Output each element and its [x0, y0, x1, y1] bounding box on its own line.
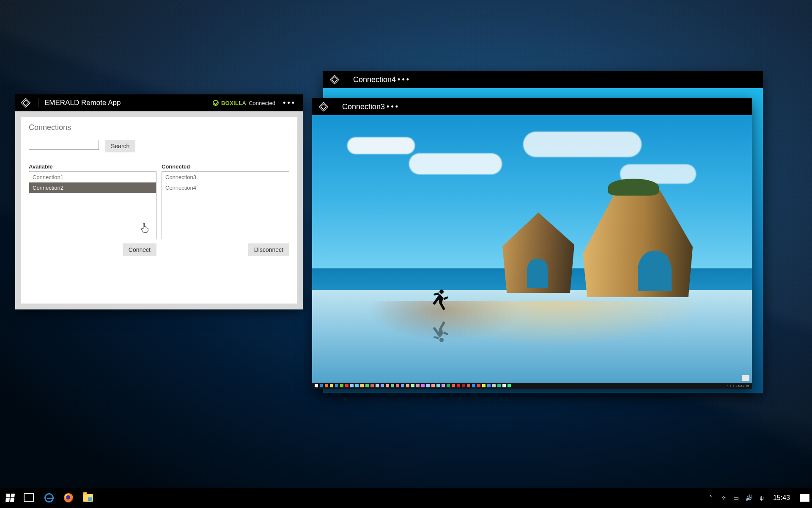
runner-silhouette-icon — [431, 289, 449, 316]
remote-taskbar-app-icon[interactable] — [462, 384, 465, 387]
taskbar-right: ˄ ✧ ▭ 🔊 ψ 15:43 — [707, 494, 809, 502]
remote-taskbar-app-icon[interactable] — [401, 384, 404, 387]
remote-taskbar-app-icon[interactable] — [360, 384, 364, 387]
remote-taskbar-app-icon[interactable] — [345, 384, 348, 387]
tray-dropbox-icon[interactable]: ✧ — [720, 494, 727, 502]
file-explorer-icon — [83, 494, 93, 502]
connected-listbox[interactable]: Connection3Connection4 — [162, 171, 289, 239]
remote-taskbar-app-icon[interactable] — [396, 384, 399, 387]
firefox-taskbar-button[interactable] — [61, 490, 76, 505]
remote-taskbar-app-icon[interactable] — [376, 384, 379, 387]
remote3-more-menu-icon[interactable]: ••• — [385, 101, 401, 113]
remote-taskbar-app-icon[interactable] — [487, 384, 491, 387]
remote-tray-vol-icon[interactable]: ▪ — [733, 384, 734, 388]
remote-notification-icon[interactable] — [742, 375, 749, 381]
remote-taskbar-app-icon[interactable] — [335, 384, 338, 387]
remote-taskbar-app-icon[interactable] — [436, 384, 440, 387]
remote-taskbar-app-icon[interactable] — [411, 384, 414, 387]
remote-taskbar-app-icon[interactable] — [391, 384, 394, 387]
windows-logo-icon — [5, 494, 15, 502]
remote-taskbar-app-icon[interactable] — [472, 384, 475, 387]
disconnect-button[interactable]: Disconnect — [248, 243, 289, 256]
status-check-icon — [213, 100, 219, 106]
remote-action-center-icon[interactable]: ▭ — [746, 384, 749, 388]
boxilla-status: BOXILLA Connected — [213, 100, 275, 106]
tray-usb-icon[interactable]: ψ — [758, 494, 765, 502]
remote-taskbar-app-icon[interactable] — [330, 384, 333, 387]
connected-column: Connected Connection3Connection4 Disconn… — [162, 163, 289, 256]
remote-window-connection3[interactable]: Connection3 ••• ^ ▪ ▪ 15:43 — [312, 98, 752, 389]
tray-battery-icon[interactable]: ▭ — [732, 494, 740, 502]
remote-clock[interactable]: 15:43 — [736, 384, 744, 388]
emerald-logo-icon — [318, 101, 329, 112]
taskbar-left — [3, 490, 96, 505]
tray-chevron-up-icon[interactable]: ˄ — [707, 494, 715, 502]
remote4-more-menu-icon[interactable]: ••• — [396, 74, 412, 86]
remote-taskbar-app-icon[interactable] — [502, 384, 506, 387]
remote4-title-text: Connection4 — [353, 75, 396, 84]
available-column: Available Connection1Connection2 Connect — [29, 163, 156, 256]
start-button[interactable] — [3, 490, 18, 505]
taskbar-clock[interactable]: 15:43 — [771, 494, 793, 502]
remote-taskbar-app-icon[interactable] — [452, 384, 455, 387]
svg-point-1 — [439, 338, 444, 342]
remote-taskbar-app-icon[interactable] — [477, 384, 480, 387]
remote-taskbar-app-icon[interactable] — [467, 384, 470, 387]
edge-taskbar-button[interactable] — [41, 490, 57, 505]
remote3-title-text: Connection3 — [342, 102, 385, 111]
status-vendor: BOXILLA — [221, 100, 246, 106]
connected-list-item[interactable]: Connection3 — [162, 172, 289, 182]
remote3-body[interactable]: ^ ▪ ▪ 15:43 ▭ — [312, 115, 752, 389]
remote-taskbar-app-icon[interactable] — [421, 384, 425, 387]
available-listbox[interactable]: Connection1Connection2 — [29, 171, 156, 239]
remote-taskbar-app-icon[interactable] — [370, 384, 374, 387]
app-body: Connections Search Available Connection1… — [15, 111, 303, 309]
remote-taskbar-app-icon[interactable] — [340, 384, 343, 387]
app-title-text: EMERALD Remote App — [44, 99, 121, 107]
explorer-taskbar-button[interactable] — [80, 490, 96, 505]
remote-taskbar-app-icon[interactable] — [508, 384, 511, 387]
available-list-item[interactable]: Connection1 — [29, 172, 156, 182]
remote-taskbar-app-icon[interactable] — [381, 384, 384, 387]
remote3-titlebar[interactable]: Connection3 ••• — [312, 98, 752, 115]
firefox-icon — [64, 493, 73, 502]
remote-taskbar-app-icon[interactable] — [355, 384, 359, 387]
remote-taskbar-app-icon[interactable] — [482, 384, 486, 387]
search-input[interactable] — [29, 140, 99, 150]
remote-taskbar-app-icon[interactable] — [350, 384, 354, 387]
remote-desktop-wallpaper: ^ ▪ ▪ 15:43 ▭ — [312, 115, 752, 389]
connected-list-item[interactable]: Connection4 — [162, 182, 289, 193]
app-titlebar[interactable]: EMERALD Remote App BOXILLA Connected ••• — [15, 94, 303, 111]
connections-panel: Connections Search Available Connection1… — [21, 117, 297, 304]
tray-volume-icon[interactable]: 🔊 — [745, 494, 753, 502]
remote-taskbar-app-icon[interactable] — [315, 384, 318, 387]
titlebar-separator — [347, 75, 347, 84]
connect-button[interactable]: Connect — [123, 243, 156, 256]
remote-taskbar-app-icon[interactable] — [442, 384, 445, 387]
remote-taskbar-app-icon[interactable] — [320, 384, 323, 387]
remote-taskbar-app-icon[interactable] — [365, 384, 369, 387]
edge-icon — [44, 493, 54, 502]
remote-taskbar-app-icon[interactable] — [386, 384, 389, 387]
remote4-titlebar[interactable]: Connection4 ••• — [323, 71, 763, 88]
remote-tray-net-icon[interactable]: ▪ — [730, 384, 731, 388]
lists-row: Available Connection1Connection2 Connect… — [29, 163, 289, 256]
remote-taskbar-app-icon[interactable] — [431, 384, 435, 387]
remote-taskbar-app-icon[interactable] — [416, 384, 420, 387]
remote-taskbar-app-icon[interactable] — [426, 384, 430, 387]
remote-taskbar-app-icon[interactable] — [497, 384, 501, 387]
search-button[interactable]: Search — [105, 140, 135, 152]
available-list-item[interactable]: Connection2 — [29, 182, 156, 193]
remote-taskbar-app-icon[interactable] — [325, 384, 328, 387]
app-more-menu-icon[interactable]: ••• — [281, 97, 298, 109]
remote-taskbar-app-icon[interactable] — [492, 384, 496, 387]
remote-taskbar-app-icon[interactable] — [406, 384, 409, 387]
action-center-icon[interactable] — [800, 494, 809, 502]
titlebar-separator — [38, 98, 38, 108]
remote-taskbar-app-icon[interactable] — [457, 384, 460, 387]
remote-tray-chevron-icon[interactable]: ^ — [727, 384, 729, 388]
remote-taskbar[interactable]: ^ ▪ ▪ 15:43 ▭ — [312, 383, 752, 389]
task-view-button[interactable] — [22, 490, 37, 505]
remote-taskbar-app-icon[interactable] — [447, 384, 450, 387]
connected-label: Connected — [162, 163, 289, 170]
